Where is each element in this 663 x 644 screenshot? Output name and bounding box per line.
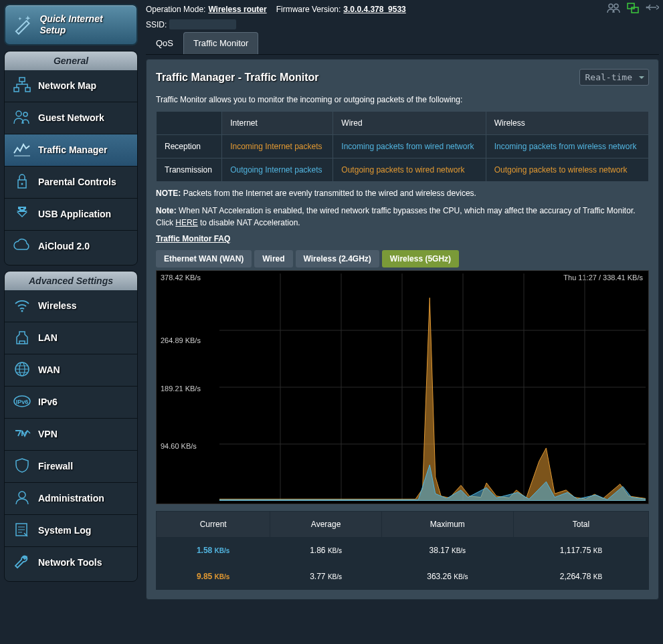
clients-icon[interactable] [607,3,620,15]
link-outgoing-wireless[interactable]: Outgoing packets to wireless network [494,165,628,175]
y-tick-1: 264.89 KB/s [161,336,201,344]
sidebar-item-label: Wireless [38,300,76,311]
quick-internet-setup-label: Quick Internet Setup [39,13,130,36]
sidebar-item-parental-controls[interactable]: Parental Controls [5,167,137,199]
wand-icon [12,14,33,35]
stats-hdr-maximum: Maximum [381,512,513,538]
sidebar-item-label: Guest Network [38,112,104,123]
sidebar-item-aicloud[interactable]: AiCloud 2.0 [5,231,137,262]
svg-rect-0 [19,78,25,82]
svg-point-4 [23,112,27,116]
sidebar-item-label: IPv6 [38,397,58,407]
sidebar-item-guest-network[interactable]: Guest Network [5,102,137,134]
sidebar-item-label: AiCloud 2.0 [38,241,90,251]
sidebar-item-label: Network Map [38,80,96,91]
if-tab-3[interactable]: Wireless (5GHz) [382,250,459,267]
sidebar-item-ipv6[interactable]: IPv6IPv6 [5,387,137,419]
sidebar-item-network-tools[interactable]: Network Tools [5,547,137,578]
nav-general-header: General [5,51,137,70]
top-bar: Operation Mode: Wireless router Firmware… [146,0,659,18]
col-internet: Internet [222,112,333,135]
y-tick-2: 189.21 KB/s [161,385,201,393]
sidebar-item-system-log[interactable]: System Log [5,515,137,547]
link-outgoing-wired[interactable]: Outgoing packets to wired network [341,165,464,175]
administration-icon [13,490,38,508]
sidebar-item-wan[interactable]: WAN [5,354,137,387]
link-incoming-wired[interactable]: Incoming packets from wired network [341,142,474,151]
svg-rect-2 [25,88,30,92]
sidebar-item-label: LAN [38,332,58,343]
ssid-value [169,19,236,29]
system-log-icon [13,522,38,540]
op-mode-label: Operation Mode: [146,5,205,14]
row-reception: Reception [157,135,222,158]
svg-point-15 [614,4,618,8]
note-even: NOTE: Packets from the Internet are even… [156,187,649,199]
link-disable-nat[interactable]: HERE [175,218,197,227]
stats-hdr-current: Current [157,512,270,538]
traffic-chart: 378.42 KB/s 264.89 KB/s 189.21 KB/s 94.6… [156,270,649,504]
intro-text: Traffic Monitor allows you to monitor th… [156,95,649,104]
sidebar-item-firewall[interactable]: Firewall [5,451,137,483]
vpn-icon [13,425,38,443]
svg-point-7 [21,310,23,312]
main-tabs: QoS Traffic Monitor [146,32,659,55]
sidebar-item-administration[interactable]: Administration [5,483,137,515]
stats-table: Current Average Maximum Total 1.58 KB/s … [156,511,649,590]
svg-point-18 [646,7,648,9]
usb-application-icon [13,205,38,223]
firewall-icon [13,457,38,475]
stats-hdr-average: Average [270,512,382,538]
svg-point-3 [16,111,21,116]
note-nat: Note: When NAT Acceleration is enabled, … [156,205,649,229]
link-status-icon[interactable] [627,3,639,15]
svg-rect-1 [14,88,19,92]
svg-rect-17 [632,7,638,13]
interface-tabs: Ethernet WAN (WAN)WiredWireless (2.4GHz)… [156,250,649,267]
tab-qos[interactable]: QoS [146,32,183,54]
ssid-label: SSID: [146,20,167,29]
link-outgoing-internet[interactable]: Outgoing Internet packets [230,165,322,175]
traffic-monitor-panel: Traffic Manager - Traffic Monitor Real-t… [146,59,659,600]
row-transmission: Transmission [157,158,222,182]
svg-text:IPv6: IPv6 [16,399,29,405]
col-wireless: Wireless [486,112,648,135]
parental-controls-icon [13,173,38,191]
guest-network-icon [13,109,38,127]
sidebar-item-label: Traffic Manager [38,144,107,155]
sidebar-item-wireless[interactable]: Wireless [5,290,137,322]
sidebar-item-usb-application[interactable]: USB Application [5,199,137,231]
fw-link[interactable]: 3.0.0.4.378_9533 [343,5,405,14]
aicloud-icon [13,237,38,255]
tab-traffic-monitor[interactable]: Traffic Monitor [183,32,258,54]
wan-icon [13,361,38,379]
op-mode-link[interactable]: Wireless router [208,5,266,14]
stats-row-tx: 9.85 KB/s 3.77 KB/s 363.26 KB/s 2,264.78… [157,564,649,590]
sidebar-item-label: Parental Controls [38,177,116,187]
usb-icon[interactable] [646,3,659,15]
sidebar-item-label: Network Tools [38,557,102,568]
sidebar-item-label: Firewall [38,461,73,471]
network-tools-icon [13,554,38,572]
sidebar-item-lan[interactable]: LAN [5,322,137,354]
stats-row-rx: 1.58 KB/s 1.86 KB/s 38.17 KB/s 1,117.75 … [157,538,649,564]
traffic-manager-icon [13,141,38,159]
link-incoming-wireless[interactable]: Incoming packets from wireless network [494,142,637,151]
if-tab-2[interactable]: Wireless (2.4GHz) [296,250,379,267]
sidebar-item-vpn[interactable]: VPN [5,419,137,451]
stats-hdr-total: Total [513,512,648,538]
if-tab-0[interactable]: Ethernet WAN (WAN) [156,250,252,267]
mode-select[interactable]: Real-time [579,69,649,86]
sidebar-item-network-map[interactable]: Network Map [5,70,137,102]
nav-advanced-header: Advanced Settings [5,272,137,290]
link-faq[interactable]: Traffic Monitor FAQ [156,234,649,243]
page-title: Traffic Manager - Traffic Monitor [156,72,319,84]
svg-point-6 [21,183,23,185]
link-incoming-internet[interactable]: Incoming Internet packets [230,142,322,151]
sidebar-item-traffic-manager[interactable]: Traffic Manager [5,134,137,167]
fw-label: Firmware Version: [276,5,341,14]
quick-internet-setup-button[interactable]: Quick Internet Setup [4,4,138,45]
direction-table: Internet Wired Wireless Reception Incomi… [156,111,649,182]
sidebar-item-label: VPN [38,429,58,439]
if-tab-1[interactable]: Wired [254,250,292,267]
